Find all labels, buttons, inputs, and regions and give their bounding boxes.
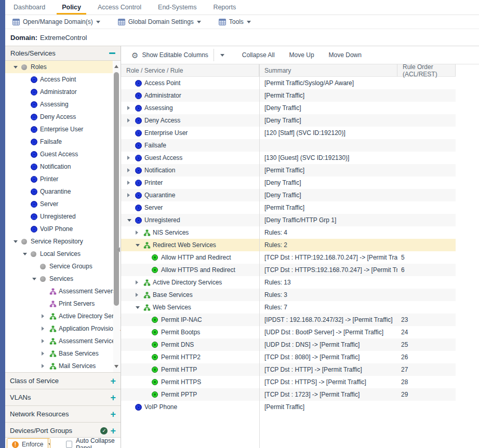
expand-arrow-slot[interactable] <box>127 219 135 222</box>
table-row[interactable]: Redirect Web ServicesRules: 2 <box>121 239 456 251</box>
nav-tab-end-systems[interactable]: End-Systems <box>150 0 205 15</box>
move-up-button[interactable]: Move Up <box>289 51 314 59</box>
sidebar-tree-item[interactable]: Assessment Services <box>5 335 113 347</box>
expand-arrow-slot[interactable] <box>127 181 135 185</box>
tree-scrollbar[interactable] <box>113 61 120 372</box>
chevron-right-icon[interactable] <box>127 193 130 197</box>
table-row[interactable]: VoIP Phone[Permit Traffic] <box>121 401 456 413</box>
table-row[interactable]: Printer[Deny Traffic] <box>121 177 456 189</box>
sidebar-tree-item[interactable]: Failsafe <box>5 135 113 148</box>
expand-arrow-slot[interactable] <box>23 253 31 255</box>
expand-arrow-slot[interactable] <box>42 327 49 331</box>
move-down-button[interactable]: Move Down <box>329 51 362 59</box>
chevron-down-icon[interactable] <box>136 306 140 309</box>
sidebar-tree-item[interactable]: Printer <box>5 173 113 185</box>
table-row[interactable]: Permit PPTP[TCP Dst : 1723] -> [Permit T… <box>121 388 456 401</box>
expand-arrow-slot[interactable] <box>42 339 49 343</box>
sidebar-tree-item[interactable]: Unregistered <box>5 210 113 223</box>
chevron-right-icon[interactable] <box>42 327 44 331</box>
table-row[interactable]: Enterprise User[120 [Staff] (SVC ID:1921… <box>121 127 456 139</box>
chevron-right-icon[interactable] <box>42 351 44 356</box>
menu-button-open-manage-domain-s-[interactable]: Open/Manage Domain(s) <box>10 17 102 27</box>
chevron-right-icon[interactable] <box>127 118 130 123</box>
expand-arrow-slot[interactable] <box>14 240 21 243</box>
table-row[interactable]: Assessing[Deny Traffic] <box>121 102 456 114</box>
chevron-down-icon[interactable] <box>14 240 18 243</box>
sidebar-tree-item[interactable]: Roles <box>5 61 113 73</box>
chevron-down-icon[interactable] <box>32 278 36 280</box>
expand-arrow-slot[interactable] <box>136 280 143 284</box>
roles-services-panel-header[interactable]: Roles/Services <box>5 46 121 61</box>
enforce-button[interactable]: ! Enforce <box>7 439 48 448</box>
nav-tab-access-control[interactable]: Access Control <box>89 0 150 15</box>
sidebar-tree-item[interactable]: Enterprise User <box>5 123 113 135</box>
sidebar-panel-class-of-service[interactable]: Class of Service+ <box>5 372 121 389</box>
auto-collapse-panel-option[interactable]: Auto Collapse Panel <box>66 437 121 448</box>
table-row[interactable]: Guest Access[130 [Guest] (SVC ID:192130)… <box>121 152 456 164</box>
show-editable-columns-button[interactable]: ⚙ Show Editable Columns <box>126 46 214 64</box>
sidebar-tree-item[interactable]: Deny Access <box>5 111 113 123</box>
sidebar-tree-item[interactable]: Local Services <box>5 248 113 260</box>
collapse-minus-icon[interactable] <box>109 52 115 54</box>
panel-collapse-handle-icon[interactable] <box>117 247 120 252</box>
scroll-up-icon[interactable] <box>114 65 118 68</box>
table-row[interactable]: Permit HTTPS[TCP Dst : HTTPS] -> [Permit… <box>121 376 456 388</box>
menu-button-global-domain-settings[interactable]: Global Domain Settings <box>116 17 203 27</box>
table-row[interactable]: Active Directory ServicesRules: 13 <box>121 276 456 289</box>
add-icon[interactable]: + <box>110 394 116 401</box>
table-row[interactable]: Base ServicesRules: 3 <box>121 289 456 301</box>
chevron-right-icon[interactable] <box>42 314 44 318</box>
collapse-all-button[interactable]: Collapse All <box>242 51 275 59</box>
sidebar-tree-item[interactable]: Service Repository <box>5 235 113 248</box>
expand-arrow-slot[interactable] <box>127 118 135 123</box>
table-row[interactable]: Access Point[Permit Traffic/Syslog/AP Aw… <box>121 77 456 89</box>
chevron-right-icon[interactable] <box>127 168 130 172</box>
table-row[interactable]: Notification[Permit Traffic] <box>121 164 456 177</box>
sidebar-tree-item[interactable]: Server <box>5 198 113 210</box>
sidebar-tree-item[interactable]: Services <box>5 273 113 285</box>
sidebar-tree-item[interactable]: Administrator <box>5 86 113 98</box>
table-row[interactable]: Permit HTTP[TCP Dst : HTTP] -> [Permit T… <box>121 363 456 376</box>
expand-arrow-slot[interactable] <box>127 156 135 160</box>
table-row[interactable]: Unregistered[Deny Traffic/HTTP Grp 1] <box>121 214 456 226</box>
nav-tab-policy[interactable]: Policy <box>54 0 89 15</box>
chevron-right-icon[interactable] <box>127 181 130 185</box>
sidebar-tree-item[interactable]: Assessing <box>5 98 113 111</box>
expand-arrow-slot[interactable] <box>127 106 135 110</box>
columns-dropdown-button[interactable] <box>214 46 231 64</box>
sidebar-tree-item[interactable]: Mail Services <box>5 360 113 372</box>
sidebar-tree-item[interactable]: Print Servers <box>5 297 113 310</box>
sidebar-tree-item[interactable]: Active Directory Servi... <box>5 310 113 322</box>
table-row[interactable]: NIS ServicesRules: 4 <box>121 226 456 239</box>
scroll-down-icon[interactable] <box>114 365 118 368</box>
table-row[interactable]: Permit DNS[UDP Dst : DNS] -> [Permit Tra… <box>121 338 456 351</box>
table-row[interactable]: Allow HTTP and Redirect[TCP Dst : HTTP:1… <box>121 251 456 264</box>
add-icon[interactable]: + <box>110 411 116 418</box>
expand-arrow-slot[interactable] <box>136 306 143 309</box>
chevron-down-icon[interactable] <box>23 253 27 255</box>
expand-arrow-slot[interactable] <box>14 66 21 69</box>
sidebar-tree-item[interactable]: Quarantine <box>5 185 113 198</box>
table-row[interactable]: Web ServicesRules: 7 <box>121 301 456 314</box>
chevron-right-icon[interactable] <box>42 364 44 368</box>
sidebar-tree-item[interactable]: Application Provisioni... <box>5 322 113 335</box>
table-row[interactable]: Quarantine[Deny Traffic] <box>121 189 456 201</box>
chevron-right-icon[interactable] <box>42 339 44 343</box>
expand-arrow-slot[interactable] <box>127 168 135 172</box>
chevron-right-icon[interactable] <box>136 280 138 284</box>
chevron-right-icon[interactable] <box>127 156 130 160</box>
add-icon[interactable]: + <box>110 427 116 435</box>
chevron-down-icon[interactable] <box>127 219 131 222</box>
sidebar-tree-item[interactable]: Notification <box>5 160 113 173</box>
table-row[interactable]: Allow HTTPS and Redirect[TCP Dst : HTTPS… <box>121 264 456 276</box>
column-header-rule-order-acl-rest-[interactable]: Rule Order (ACL/REST) <box>397 64 456 76</box>
expand-arrow-slot[interactable] <box>136 230 143 235</box>
nav-tab-reports[interactable]: Reports <box>205 0 244 15</box>
column-header-role-service-rule[interactable]: Role / Service / Rule <box>121 64 259 76</box>
table-row[interactable]: Administrator[Permit Traffic] <box>121 89 456 102</box>
enforce-dropdown-button[interactable] <box>48 439 50 448</box>
expand-arrow-slot[interactable] <box>42 351 49 356</box>
expand-arrow-slot[interactable] <box>136 244 143 247</box>
chevron-down-icon[interactable] <box>136 244 140 247</box>
add-icon[interactable]: + <box>110 377 116 385</box>
